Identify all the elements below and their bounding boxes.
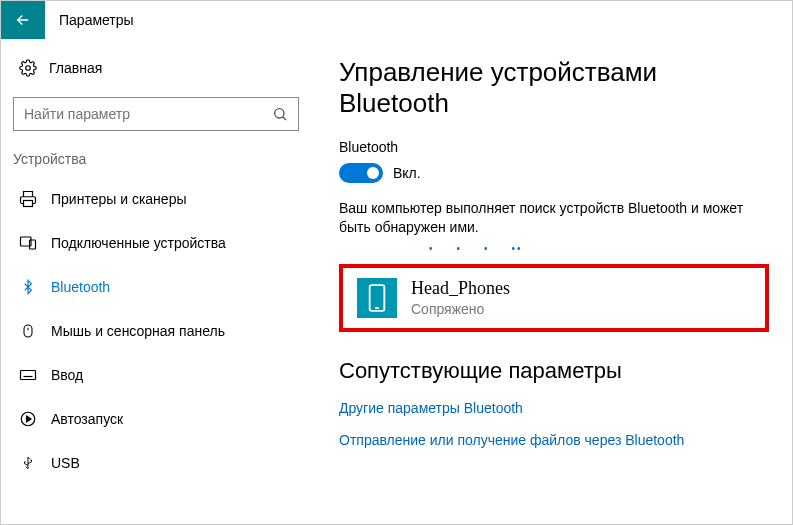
devices-icon (19, 234, 37, 252)
device-name: Head_Phones (411, 278, 510, 299)
nav-label: Автозапуск (51, 411, 123, 427)
svg-rect-8 (370, 285, 385, 311)
nav-label: Мышь и сенсорная панель (51, 323, 225, 339)
svg-rect-2 (24, 201, 33, 207)
window-header: Параметры (1, 1, 792, 39)
sidebar-item-mouse[interactable]: Мышь и сенсорная панель (11, 309, 301, 353)
nav-label: Подключенные устройства (51, 235, 226, 251)
search-input[interactable] (24, 106, 272, 122)
keyboard-icon (19, 366, 37, 384)
link-more-bluetooth[interactable]: Другие параметры Bluetooth (339, 400, 774, 416)
device-card[interactable]: Head_Phones Сопряжено (339, 264, 769, 332)
sidebar-item-printers[interactable]: Принтеры и сканеры (11, 177, 301, 221)
sidebar: Главная Устройства Принтеры и сканеры По… (1, 39, 311, 524)
home-label: Главная (49, 60, 102, 76)
scanning-dots: ••••• (429, 243, 774, 254)
home-nav[interactable]: Главная (11, 53, 301, 91)
toggle-track (339, 163, 383, 183)
link-send-receive-files[interactable]: Отправление или получение файлов через B… (339, 432, 774, 448)
toggle-state: Вкл. (393, 165, 421, 181)
svg-rect-5 (24, 325, 32, 337)
nav-label: Bluetooth (51, 279, 110, 295)
sidebar-item-typing[interactable]: Ввод (11, 353, 301, 397)
status-description: Ваш компьютер выполняет поиск устройств … (339, 199, 759, 237)
gear-icon (19, 59, 37, 77)
device-status: Сопряжено (411, 301, 510, 317)
svg-rect-6 (21, 371, 36, 380)
printer-icon (19, 190, 37, 208)
sidebar-item-usb[interactable]: USB (11, 441, 301, 485)
nav-label: USB (51, 455, 80, 471)
header-title: Параметры (45, 12, 134, 28)
nav-label: Принтеры и сканеры (51, 191, 186, 207)
sidebar-item-autoplay[interactable]: Автозапуск (11, 397, 301, 441)
usb-icon (19, 454, 37, 472)
page-title: Управление устройствами Bluetooth (339, 57, 774, 119)
sidebar-item-bluetooth[interactable]: Bluetooth (11, 265, 301, 309)
nav-label: Ввод (51, 367, 83, 383)
search-box[interactable] (13, 97, 299, 131)
main-panel: Управление устройствами Bluetooth Blueto… (311, 39, 792, 524)
arrow-left-icon (14, 11, 32, 29)
bluetooth-toggle[interactable]: Вкл. (339, 163, 774, 183)
svg-point-0 (26, 66, 31, 71)
category-label: Устройства (11, 145, 301, 177)
sidebar-item-connected-devices[interactable]: Подключенные устройства (11, 221, 301, 265)
back-button[interactable] (1, 1, 45, 39)
toggle-thumb (367, 167, 379, 179)
related-heading: Сопутствующие параметры (339, 358, 774, 384)
svg-point-1 (275, 109, 284, 118)
autoplay-icon (19, 410, 37, 428)
bluetooth-icon (19, 278, 37, 296)
search-icon (272, 106, 288, 122)
mouse-icon (19, 322, 37, 340)
bluetooth-label: Bluetooth (339, 139, 774, 155)
phone-icon (357, 278, 397, 318)
